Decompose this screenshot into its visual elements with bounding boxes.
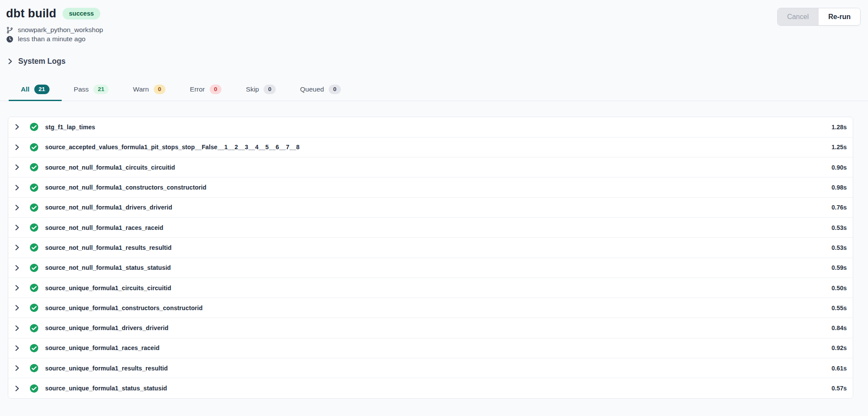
result-row[interactable]: source_not_null_formula1_results_resulti…: [8, 237, 853, 257]
tab-label: Error: [190, 85, 205, 93]
result-row[interactable]: source_accepted_values_formula1_pit_stop…: [8, 137, 853, 157]
tab-label: Skip: [246, 85, 259, 93]
expand-chevron-icon[interactable]: [13, 164, 21, 170]
tab-count-badge: 21: [93, 85, 109, 94]
expand-chevron-icon[interactable]: [13, 345, 21, 351]
tab-warn[interactable]: Warn 0: [121, 80, 178, 101]
result-row[interactable]: source_not_null_formula1_races_raceid 0.…: [8, 217, 853, 237]
result-row[interactable]: stg_f1_lap_times 1.28s: [8, 117, 853, 137]
expand-chevron-icon[interactable]: [13, 244, 21, 251]
tab-count-badge: 0: [329, 85, 341, 94]
result-duration: 0.61s: [832, 365, 847, 372]
result-row[interactable]: source_unique_formula1_circuits_circuiti…: [8, 278, 853, 298]
expand-chevron-icon[interactable]: [13, 144, 21, 151]
pass-check-icon: [30, 203, 39, 212]
tab-pass[interactable]: Pass 21: [62, 80, 121, 101]
branch-line: snowpark_python_workshop: [6, 26, 103, 34]
tab-count-badge: 0: [210, 85, 222, 94]
result-duration: 0.76s: [832, 204, 847, 211]
pass-check-icon: [30, 324, 39, 333]
result-duration: 0.98s: [832, 184, 847, 191]
result-name: source_accepted_values_formula1_pit_stop…: [45, 144, 300, 151]
result-name: source_not_null_formula1_circuits_circui…: [45, 164, 175, 171]
result-duration: 0.90s: [832, 164, 847, 171]
expand-chevron-icon[interactable]: [13, 224, 21, 231]
time-line: less than a minute ago: [6, 35, 103, 43]
pass-check-icon: [30, 344, 39, 353]
result-duration: 0.59s: [832, 264, 847, 271]
run-actions: Cancel Re-run: [777, 8, 861, 26]
result-row[interactable]: source_unique_formula1_constructors_cons…: [8, 298, 853, 318]
system-logs-toggle[interactable]: System Logs: [7, 57, 868, 66]
tab-skip[interactable]: Skip 0: [234, 80, 288, 101]
tab-label: Warn: [133, 85, 149, 93]
result-name: stg_f1_lap_times: [45, 124, 95, 131]
run-header-left: dbt build success snowpark_python_worksh…: [6, 7, 103, 43]
run-header: dbt build success snowpark_python_worksh…: [0, 0, 868, 43]
clock-icon: [6, 36, 13, 43]
result-duration: 0.50s: [832, 285, 847, 292]
expand-chevron-icon[interactable]: [13, 385, 21, 392]
result-row[interactable]: source_unique_formula1_races_raceid 0.92…: [8, 338, 853, 358]
result-name: source_not_null_formula1_constructors_co…: [45, 184, 207, 191]
result-duration: 1.25s: [832, 144, 847, 151]
system-logs-label: System Logs: [18, 57, 66, 66]
expand-chevron-icon[interactable]: [13, 124, 21, 130]
pass-check-icon: [30, 143, 39, 152]
pass-check-icon: [30, 364, 39, 373]
expand-chevron-icon[interactable]: [13, 365, 21, 371]
result-name: source_not_null_formula1_results_resulti…: [45, 244, 172, 251]
tab-label: All: [21, 85, 30, 93]
result-name: source_unique_formula1_status_statusid: [45, 385, 167, 392]
chevron-right-icon: [7, 58, 13, 65]
pass-check-icon: [30, 223, 39, 232]
result-name: source_unique_formula1_races_raceid: [45, 344, 159, 351]
tab-count-badge: 0: [154, 85, 166, 94]
result-name: source_not_null_formula1_drivers_driveri…: [45, 204, 172, 211]
result-row[interactable]: source_unique_formula1_status_statusid 0…: [8, 378, 853, 398]
pass-check-icon: [30, 303, 39, 312]
result-row[interactable]: source_not_null_formula1_constructors_co…: [8, 177, 853, 197]
branch-name: snowpark_python_workshop: [18, 26, 103, 34]
result-name: source_not_null_formula1_races_raceid: [45, 224, 163, 231]
tab-count-badge: 21: [34, 85, 50, 94]
tab-queued[interactable]: Queued 0: [288, 80, 353, 101]
result-name: source_unique_formula1_constructors_cons…: [45, 305, 203, 311]
status-tabs: All 21 Pass 21 Warn 0 Error 0 Skip 0 Que…: [0, 80, 868, 101]
expand-chevron-icon[interactable]: [13, 265, 21, 271]
tab-count-badge: 0: [264, 85, 276, 94]
result-duration: 1.28s: [832, 124, 847, 131]
result-name: source_unique_formula1_drivers_driverid: [45, 324, 168, 331]
result-row[interactable]: source_unique_formula1_drivers_driverid …: [8, 318, 853, 337]
tab-error[interactable]: Error 0: [178, 80, 234, 101]
expand-chevron-icon[interactable]: [13, 184, 21, 191]
result-duration: 0.53s: [832, 224, 847, 231]
pass-check-icon: [30, 243, 39, 252]
rerun-button[interactable]: Re-run: [818, 8, 860, 25]
pass-check-icon: [30, 263, 39, 272]
result-row[interactable]: source_not_null_formula1_circuits_circui…: [8, 157, 853, 177]
tab-label: Pass: [74, 85, 89, 93]
tab-label: Queued: [300, 85, 324, 93]
time-ago: less than a minute ago: [18, 35, 86, 43]
pass-check-icon: [30, 183, 39, 192]
expand-chevron-icon[interactable]: [13, 305, 21, 311]
expand-chevron-icon[interactable]: [13, 204, 21, 211]
result-duration: 0.92s: [832, 344, 847, 351]
pass-check-icon: [30, 122, 39, 131]
results-list: stg_f1_lap_times 1.28s source_accepted_v…: [8, 117, 853, 399]
result-duration: 0.84s: [832, 324, 847, 331]
pass-check-icon: [30, 283, 39, 292]
page-title: dbt build: [6, 7, 56, 20]
pass-check-icon: [30, 163, 39, 172]
pass-check-icon: [30, 384, 39, 393]
run-meta: snowpark_python_workshop less than a min…: [6, 26, 103, 43]
expand-chevron-icon[interactable]: [13, 325, 21, 331]
result-row[interactable]: source_not_null_formula1_status_statusid…: [8, 258, 853, 278]
result-name: source_unique_formula1_results_resultid: [45, 365, 168, 372]
result-row[interactable]: source_unique_formula1_results_resultid …: [8, 358, 853, 378]
tab-all[interactable]: All 21: [9, 80, 62, 101]
result-row[interactable]: source_not_null_formula1_drivers_driveri…: [8, 197, 853, 217]
cancel-button[interactable]: Cancel: [778, 8, 819, 25]
expand-chevron-icon[interactable]: [13, 285, 21, 291]
